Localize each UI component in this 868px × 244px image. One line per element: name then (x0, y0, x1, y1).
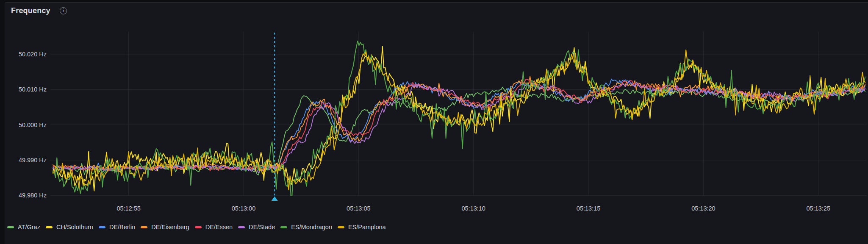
legend-color-pill (46, 226, 53, 228)
legend-label: DE/Essen (205, 223, 233, 231)
svg-text:05:13:00: 05:13:00 (232, 205, 255, 212)
y-axis-labels: 49.980 Hz49.990 Hz50.000 Hz50.010 Hz50.0… (19, 51, 47, 199)
series-line-de-eisenberg (53, 76, 865, 170)
legend-item-es-pamplona[interactable]: ES/Pamplona (338, 223, 386, 231)
legend-color-pill (280, 226, 287, 228)
svg-text:50.010 Hz: 50.010 Hz (19, 86, 47, 93)
svg-text:05:13:20: 05:13:20 (691, 205, 715, 212)
legend-color-pill (99, 226, 105, 228)
legend-item-de-berlin[interactable]: DE/Berlin (99, 223, 135, 231)
series-lines (53, 41, 865, 207)
legend-item-es-mondragon[interactable]: ES/Mondragon (280, 223, 332, 231)
legend-color-pill (238, 226, 245, 228)
svg-text:05:12:55: 05:12:55 (116, 205, 140, 212)
legend-color-pill (141, 226, 147, 228)
legend-label: ES/Mondragon (291, 223, 332, 231)
legend-color-pill (195, 226, 202, 228)
legend-item-ch-solothurn[interactable]: CH/Solothurn (46, 223, 93, 231)
legend-item-de-essen[interactable]: DE/Essen (195, 223, 233, 231)
legend-item-de-stade[interactable]: DE/Stade (238, 223, 275, 231)
svg-text:05:13:15: 05:13:15 (577, 205, 600, 212)
legend-color-pill (338, 226, 344, 228)
svg-text:50.020 Hz: 50.020 Hz (19, 51, 47, 58)
series-line-es-mondragon (53, 41, 865, 207)
svg-text:05:13:25: 05:13:25 (807, 205, 830, 212)
annotation-triangle-icon[interactable] (272, 197, 278, 201)
chart-legend: AT/GrazCH/SolothurnDE/BerlinDE/Eisenberg… (7, 223, 386, 231)
x-axis-labels: 05:12:5505:13:0005:13:0505:13:1005:13:15… (116, 205, 830, 212)
legend-item-at-graz[interactable]: AT/Graz (7, 223, 40, 231)
series-line-de-stade (53, 81, 865, 173)
svg-text:05:13:05: 05:13:05 (347, 205, 370, 212)
legend-item-de-eisenberg[interactable]: DE/Eisenberg (141, 223, 189, 231)
legend-label: CH/Solothurn (56, 223, 93, 231)
svg-text:50.000 Hz: 50.000 Hz (19, 122, 47, 128)
svg-text:49.990 Hz: 49.990 Hz (19, 157, 47, 164)
legend-label: DE/Stade (249, 223, 275, 231)
legend-label: ES/Pamplona (348, 223, 386, 231)
frequency-chart[interactable]: 49.980 Hz49.990 Hz50.000 Hz50.010 Hz50.0… (0, 0, 868, 244)
svg-text:49.980 Hz: 49.980 Hz (19, 192, 47, 199)
legend-label: AT/Graz (18, 223, 40, 231)
grafana-frequency-panel: Frequency i 49.980 Hz49.990 Hz50.000 Hz5… (0, 0, 868, 244)
legend-color-pill (7, 226, 14, 228)
svg-text:05:13:10: 05:13:10 (461, 205, 485, 212)
legend-label: DE/Eisenberg (151, 223, 189, 231)
legend-label: DE/Berlin (109, 223, 135, 231)
